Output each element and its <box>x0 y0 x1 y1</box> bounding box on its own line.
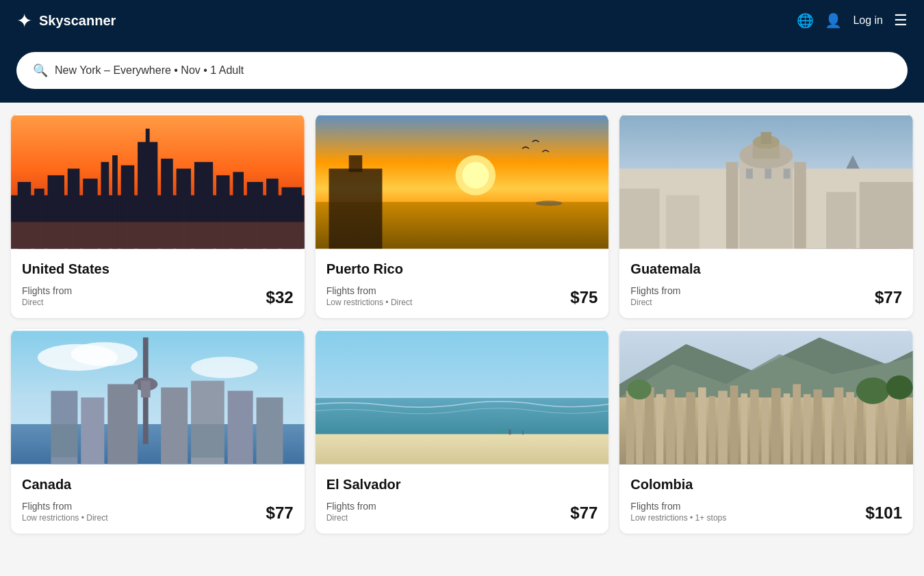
card-price-label-united-states: Flights from <box>22 285 72 296</box>
card-title-united-states: United States <box>22 261 294 277</box>
svg-rect-98 <box>888 391 897 464</box>
svg-point-102 <box>628 380 652 400</box>
svg-rect-73 <box>626 391 634 464</box>
card-footer-canada: Flights fromLow restrictions • Direct$77 <box>22 501 294 523</box>
menu-icon[interactable]: ☰ <box>894 12 908 29</box>
card-body-guatemala: GuatemalaFlights fromDirect$77 <box>619 250 913 318</box>
account-icon[interactable]: 👤 <box>825 12 842 29</box>
svg-rect-85 <box>750 389 759 464</box>
search-bar[interactable]: 🔍 New York – Everywhere • Nov • 1 Adult <box>16 52 908 89</box>
destination-card-guatemala[interactable]: GuatemalaFlights fromDirect$77 <box>619 114 913 318</box>
card-price-guatemala: $77 <box>875 288 902 307</box>
svg-rect-57 <box>161 387 188 464</box>
globe-icon[interactable]: 🌐 <box>797 12 814 29</box>
card-price-label-colombia: Flights from <box>630 501 726 512</box>
card-footer-colombia: Flights fromLow restrictions • 1+ stops$… <box>630 501 902 523</box>
svg-rect-43 <box>860 182 913 248</box>
svg-rect-56 <box>107 384 138 464</box>
svg-rect-84 <box>741 393 748 464</box>
card-title-el-salvador: El Salvador <box>326 477 598 493</box>
svg-rect-74 <box>637 397 643 464</box>
svg-rect-41 <box>784 169 791 179</box>
site-header: ✦ Skyscanner 🌐 👤 Log in ☰ <box>0 0 924 41</box>
card-body-canada: CanadaFlights fromLow restrictions • Dir… <box>11 466 305 534</box>
card-restriction-puerto-rico: Low restrictions • Direct <box>326 298 413 307</box>
svg-rect-87 <box>771 388 781 464</box>
svg-rect-81 <box>709 396 716 464</box>
svg-point-101 <box>886 376 913 400</box>
svg-rect-61 <box>51 424 77 458</box>
card-price-label-puerto-rico: Flights from <box>326 285 413 296</box>
card-image-puerto-rico <box>316 114 609 250</box>
svg-point-23 <box>462 162 489 189</box>
search-query: New York – Everywhere • Nov • 1 Adult <box>55 64 244 77</box>
card-price-el-salvador: $77 <box>570 503 598 523</box>
card-title-guatemala: Guatemala <box>630 261 902 277</box>
card-title-colombia: Colombia <box>630 477 902 493</box>
destination-card-united-states[interactable]: United StatesFlights fromDirect$32 <box>11 114 305 318</box>
svg-rect-20 <box>11 222 305 248</box>
svg-rect-86 <box>762 397 769 464</box>
svg-rect-44 <box>667 195 700 248</box>
card-body-puerto-rico: Puerto RicoFlights fromLow restrictions … <box>316 250 609 318</box>
svg-rect-53 <box>141 381 151 397</box>
card-restriction-canada: Low restrictions • Direct <box>22 513 108 523</box>
svg-rect-94 <box>847 392 855 464</box>
svg-rect-62 <box>191 424 224 458</box>
destination-card-colombia[interactable]: ColombiaFlights fromLow restrictions • 1… <box>619 329 913 534</box>
login-button[interactable]: Log in <box>853 14 883 27</box>
svg-rect-67 <box>522 431 524 435</box>
svg-point-27 <box>535 200 562 206</box>
svg-rect-76 <box>656 394 664 464</box>
svg-rect-97 <box>878 395 885 464</box>
svg-point-100 <box>856 378 890 404</box>
svg-rect-26 <box>348 155 361 172</box>
card-footer-el-salvador: Flights fromDirect$77 <box>326 501 598 523</box>
svg-rect-90 <box>804 394 811 464</box>
destination-card-el-salvador[interactable]: El SalvadorFlights fromDirect$77 <box>316 329 609 534</box>
svg-rect-38 <box>795 162 807 249</box>
svg-rect-66 <box>509 430 511 435</box>
card-title-puerto-rico: Puerto Rico <box>326 261 598 277</box>
svg-rect-78 <box>677 397 684 464</box>
card-image-colombia <box>619 329 913 466</box>
card-price-puerto-rico: $75 <box>570 288 598 307</box>
card-body-el-salvador: El SalvadorFlights fromDirect$77 <box>316 466 609 534</box>
svg-rect-92 <box>825 397 832 464</box>
card-footer-puerto-rico: Flights fromLow restrictions • Direct$75 <box>326 285 598 307</box>
card-price-colombia: $101 <box>866 503 902 523</box>
svg-rect-82 <box>719 391 728 464</box>
svg-rect-36 <box>761 132 772 144</box>
card-price-united-states: $32 <box>266 288 294 307</box>
svg-point-49 <box>191 357 257 378</box>
svg-rect-83 <box>730 385 739 464</box>
svg-rect-39 <box>746 169 753 179</box>
card-restriction-el-salvador: Direct <box>326 513 376 523</box>
svg-rect-40 <box>765 169 772 179</box>
destination-card-puerto-rico[interactable]: Puerto RicoFlights fromLow restrictions … <box>316 114 609 318</box>
card-price-label-guatemala: Flights from <box>630 285 680 296</box>
svg-rect-60 <box>257 397 283 464</box>
svg-rect-79 <box>686 392 696 464</box>
card-price-label-el-salvador: Flights from <box>326 501 376 512</box>
card-body-united-states: United StatesFlights fromDirect$32 <box>11 250 305 318</box>
svg-rect-77 <box>667 389 676 464</box>
card-restriction-united-states: Direct <box>22 298 72 307</box>
svg-rect-45 <box>826 192 856 249</box>
svg-rect-55 <box>81 397 104 464</box>
card-restriction-guatemala: Direct <box>630 298 680 307</box>
svg-rect-11 <box>146 129 150 145</box>
destination-card-canada[interactable]: CanadaFlights fromLow restrictions • Dir… <box>11 329 305 534</box>
card-restriction-colombia: Low restrictions • 1+ stops <box>630 513 726 523</box>
card-body-colombia: ColombiaFlights fromLow restrictions • 1… <box>619 466 913 534</box>
svg-rect-95 <box>857 396 864 464</box>
svg-point-48 <box>71 342 138 366</box>
card-image-el-salvador <box>316 329 609 466</box>
svg-rect-99 <box>899 399 907 464</box>
logo-area[interactable]: ✦ Skyscanner <box>16 10 116 32</box>
svg-rect-88 <box>784 393 791 464</box>
card-title-canada: Canada <box>22 477 294 493</box>
svg-rect-59 <box>228 391 253 464</box>
svg-rect-93 <box>834 387 844 464</box>
svg-rect-75 <box>645 387 654 464</box>
